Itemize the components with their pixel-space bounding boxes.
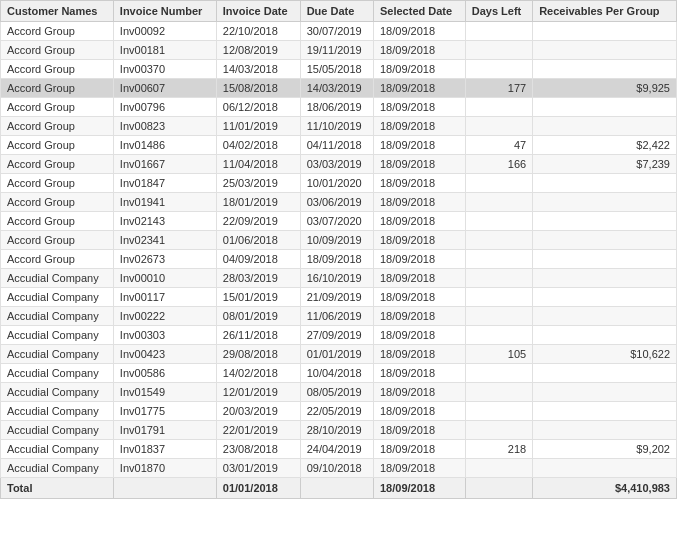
cell-invoice-date: 29/08/2018 [216, 345, 300, 364]
cell-customer: Accord Group [1, 155, 114, 174]
table-row[interactable]: Accudial CompanyInv0179122/01/201928/10/… [1, 421, 677, 440]
cell-days-left [465, 98, 532, 117]
col-header-invoice-number: Invoice Number [113, 1, 216, 22]
cell-invoice-date: 14/02/2018 [216, 364, 300, 383]
cell-selected-date: 18/09/2018 [373, 22, 465, 41]
cell-invoice-number: Inv00370 [113, 60, 216, 79]
cell-customer: Accudial Company [1, 383, 114, 402]
table-row[interactable]: Accudial CompanyInv0058614/02/201810/04/… [1, 364, 677, 383]
cell-selected-date: 18/09/2018 [373, 307, 465, 326]
cell-selected-date: 18/09/2018 [373, 421, 465, 440]
cell-days-left [465, 269, 532, 288]
cell-customer: Accudial Company [1, 345, 114, 364]
table-row[interactable]: Accudial CompanyInv0183723/08/201824/04/… [1, 440, 677, 459]
table-row[interactable]: Accord GroupInv0194118/01/201903/06/2019… [1, 193, 677, 212]
table-row[interactable]: Accord GroupInv0214322/09/201903/07/2020… [1, 212, 677, 231]
cell-selected-date: 18/09/2018 [373, 326, 465, 345]
cell-invoice-number: Inv00092 [113, 22, 216, 41]
table-row[interactable]: Accord GroupInv0018112/08/201919/11/2019… [1, 41, 677, 60]
cell-customer: Accudial Company [1, 421, 114, 440]
cell-days-left [465, 60, 532, 79]
cell-due-date: 01/01/2019 [300, 345, 373, 364]
table-row[interactable]: Accord GroupInv0060715/08/201814/03/2019… [1, 79, 677, 98]
cell-selected-date: 18/09/2018 [373, 459, 465, 478]
table-row[interactable]: Accord GroupInv0267304/09/201818/09/2018… [1, 250, 677, 269]
cell-invoice-number: Inv00181 [113, 41, 216, 60]
cell-invoice-date: 12/01/2019 [216, 383, 300, 402]
cell-invoice-date: 23/08/2018 [216, 440, 300, 459]
cell-invoice-number: Inv02341 [113, 231, 216, 250]
cell-invoice-number: Inv01870 [113, 459, 216, 478]
table-row[interactable]: Accord GroupInv0037014/03/201815/05/2018… [1, 60, 677, 79]
cell-days-left: 47 [465, 136, 532, 155]
cell-receivables [533, 288, 677, 307]
cell-invoice-date: 26/11/2018 [216, 326, 300, 345]
cell-customer: Accord Group [1, 79, 114, 98]
cell-days-left [465, 22, 532, 41]
table-row[interactable]: Accord GroupInv0234101/06/201810/09/2019… [1, 231, 677, 250]
cell-selected-date: 18/09/2018 [373, 402, 465, 421]
table-row[interactable]: Accord GroupInv0082311/01/201911/10/2019… [1, 117, 677, 136]
cell-days-left: 218 [465, 440, 532, 459]
cell-invoice-number: Inv00010 [113, 269, 216, 288]
cell-receivables: $2,422 [533, 136, 677, 155]
footer-label: Total [1, 478, 114, 499]
cell-customer: Accord Group [1, 174, 114, 193]
cell-invoice-number: Inv01941 [113, 193, 216, 212]
table-row[interactable]: Accudial CompanyInv0187003/01/201909/10/… [1, 459, 677, 478]
cell-selected-date: 18/09/2018 [373, 136, 465, 155]
cell-invoice-date: 04/09/2018 [216, 250, 300, 269]
table-row[interactable]: Accudial CompanyInv0001028/03/201916/10/… [1, 269, 677, 288]
cell-due-date: 10/04/2018 [300, 364, 373, 383]
table-row[interactable]: Accudial CompanyInv0022208/01/201911/06/… [1, 307, 677, 326]
cell-customer: Accord Group [1, 22, 114, 41]
cell-receivables [533, 22, 677, 41]
col-header-days-left: Days Left [465, 1, 532, 22]
table-row[interactable]: Accudial CompanyInv0177520/03/201922/05/… [1, 402, 677, 421]
cell-receivables: $9,202 [533, 440, 677, 459]
table-row[interactable]: Accord GroupInv0166711/04/201803/03/2019… [1, 155, 677, 174]
cell-days-left: 105 [465, 345, 532, 364]
cell-selected-date: 18/09/2018 [373, 79, 465, 98]
footer-receivables: $4,410,983 [533, 478, 677, 499]
col-header-invoice-date: Invoice Date [216, 1, 300, 22]
cell-invoice-number: Inv00607 [113, 79, 216, 98]
cell-days-left [465, 307, 532, 326]
cell-due-date: 04/11/2018 [300, 136, 373, 155]
cell-days-left [465, 231, 532, 250]
cell-due-date: 11/10/2019 [300, 117, 373, 136]
cell-due-date: 28/10/2019 [300, 421, 373, 440]
cell-invoice-date: 01/06/2018 [216, 231, 300, 250]
cell-days-left [465, 459, 532, 478]
cell-due-date: 15/05/2018 [300, 60, 373, 79]
table-row[interactable]: Accord GroupInv0148604/02/201804/11/2018… [1, 136, 677, 155]
cell-customer: Accudial Company [1, 326, 114, 345]
cell-receivables [533, 307, 677, 326]
table-row[interactable]: Accudial CompanyInv0030326/11/201827/09/… [1, 326, 677, 345]
table-row[interactable]: Accudial CompanyInv0011715/01/201921/09/… [1, 288, 677, 307]
footer-invoice-date: 01/01/2018 [216, 478, 300, 499]
footer-selected-date: 18/09/2018 [373, 478, 465, 499]
cell-days-left: 166 [465, 155, 532, 174]
table-row[interactable]: Accudial CompanyInv0042329/08/201801/01/… [1, 345, 677, 364]
cell-invoice-date: 04/02/2018 [216, 136, 300, 155]
table-row[interactable]: Accudial CompanyInv0154912/01/201908/05/… [1, 383, 677, 402]
cell-receivables [533, 421, 677, 440]
cell-customer: Accord Group [1, 60, 114, 79]
cell-due-date: 21/09/2019 [300, 288, 373, 307]
cell-invoice-number: Inv01837 [113, 440, 216, 459]
table-row[interactable]: Accord GroupInv0079606/12/201818/06/2019… [1, 98, 677, 117]
cell-days-left [465, 402, 532, 421]
cell-customer: Accudial Company [1, 440, 114, 459]
cell-due-date: 11/06/2019 [300, 307, 373, 326]
cell-receivables [533, 250, 677, 269]
cell-due-date: 19/11/2019 [300, 41, 373, 60]
cell-due-date: 03/06/2019 [300, 193, 373, 212]
table-row[interactable]: Accord GroupInv0009222/10/201830/07/2019… [1, 22, 677, 41]
cell-invoice-date: 14/03/2018 [216, 60, 300, 79]
cell-days-left [465, 174, 532, 193]
cell-invoice-number: Inv01847 [113, 174, 216, 193]
cell-selected-date: 18/09/2018 [373, 383, 465, 402]
cell-receivables: $9,925 [533, 79, 677, 98]
table-row[interactable]: Accord GroupInv0184725/03/201910/01/2020… [1, 174, 677, 193]
